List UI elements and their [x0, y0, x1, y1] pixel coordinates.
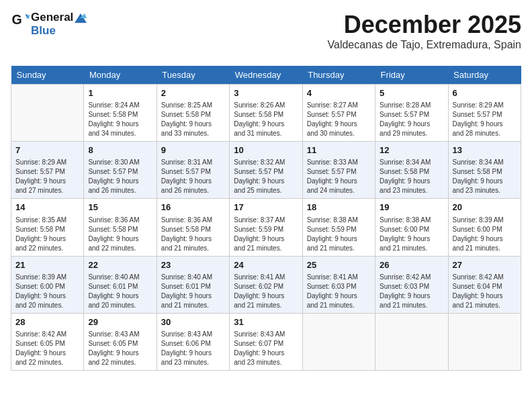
day-info: Sunrise: 8:29 AM Sunset: 5:57 PM Dayligh… — [453, 101, 517, 138]
day-number: 26 — [380, 259, 443, 271]
day-number: 11 — [307, 144, 371, 156]
day-number: 13 — [453, 144, 517, 156]
table-row: 3Sunrise: 8:26 AM Sunset: 5:58 PM Daylig… — [230, 85, 302, 142]
day-number: 18 — [307, 201, 371, 214]
table-row: 12Sunrise: 8:34 AM Sunset: 5:58 PM Dayli… — [375, 142, 448, 199]
table-row: 17Sunrise: 8:37 AM Sunset: 5:59 PM Dayli… — [230, 199, 302, 256]
table-row: 7Sunrise: 8:29 AM Sunset: 5:57 PM Daylig… — [11, 142, 84, 199]
month-title: December 2025 — [328, 11, 521, 39]
day-number: 19 — [380, 201, 443, 214]
day-number: 10 — [234, 144, 298, 156]
day-number: 2 — [161, 87, 225, 99]
day-number: 6 — [453, 87, 517, 99]
table-row: 15Sunrise: 8:36 AM Sunset: 5:58 PM Dayli… — [84, 199, 157, 256]
header-thursday: Thursday — [302, 66, 375, 85]
day-number: 16 — [161, 201, 225, 214]
day-info: Sunrise: 8:43 AM Sunset: 6:05 PM Dayligh… — [88, 330, 152, 367]
table-row: 21Sunrise: 8:39 AM Sunset: 6:00 PM Dayli… — [11, 256, 84, 313]
logo: G General Blue — [11, 11, 87, 38]
day-info: Sunrise: 8:43 AM Sunset: 6:06 PM Dayligh… — [161, 330, 225, 367]
day-info: Sunrise: 8:38 AM Sunset: 5:59 PM Dayligh… — [307, 216, 371, 253]
calendar-week-row: 21Sunrise: 8:39 AM Sunset: 6:00 PM Dayli… — [11, 256, 521, 313]
logo-icon: G — [11, 11, 30, 30]
day-info: Sunrise: 8:42 AM Sunset: 6:04 PM Dayligh… — [453, 273, 517, 310]
calendar-week-row: 1Sunrise: 8:24 AM Sunset: 5:58 PM Daylig… — [11, 85, 521, 142]
table-row: 20Sunrise: 8:39 AM Sunset: 6:00 PM Dayli… — [448, 199, 521, 256]
table-row: 25Sunrise: 8:41 AM Sunset: 6:03 PM Dayli… — [302, 256, 375, 313]
day-number: 3 — [234, 87, 298, 99]
table-row: 11Sunrise: 8:33 AM Sunset: 5:57 PM Dayli… — [302, 142, 375, 199]
table-row: 22Sunrise: 8:40 AM Sunset: 6:01 PM Dayli… — [84, 256, 157, 313]
table-row: 16Sunrise: 8:36 AM Sunset: 5:58 PM Dayli… — [157, 199, 229, 256]
logo-text: General Blue — [31, 11, 87, 38]
day-number: 23 — [161, 259, 225, 271]
day-number: 24 — [234, 259, 298, 271]
day-number: 28 — [15, 316, 79, 328]
table-row — [448, 313, 521, 370]
page-header: G General Blue December 2025 Valdecanas … — [11, 11, 521, 60]
day-number: 20 — [453, 201, 517, 214]
day-number: 31 — [234, 316, 298, 328]
header-sunday: Sunday — [11, 66, 84, 85]
table-row: 14Sunrise: 8:35 AM Sunset: 5:58 PM Dayli… — [11, 199, 84, 256]
title-section: December 2025 Valdecanas de Tajo, Extrem… — [328, 11, 521, 58]
table-row: 26Sunrise: 8:42 AM Sunset: 6:03 PM Dayli… — [375, 256, 448, 313]
table-row — [11, 85, 84, 142]
table-row: 2Sunrise: 8:25 AM Sunset: 5:58 PM Daylig… — [157, 85, 229, 142]
header-saturday: Saturday — [448, 66, 521, 85]
table-row: 19Sunrise: 8:38 AM Sunset: 6:00 PM Dayli… — [375, 199, 448, 256]
day-number: 5 — [380, 87, 443, 99]
table-row: 23Sunrise: 8:40 AM Sunset: 6:01 PM Dayli… — [157, 256, 229, 313]
calendar-week-row: 7Sunrise: 8:29 AM Sunset: 5:57 PM Daylig… — [11, 142, 521, 199]
day-info: Sunrise: 8:36 AM Sunset: 5:58 PM Dayligh… — [161, 216, 225, 253]
day-info: Sunrise: 8:40 AM Sunset: 6:01 PM Dayligh… — [161, 273, 225, 310]
table-row: 24Sunrise: 8:41 AM Sunset: 6:02 PM Dayli… — [230, 256, 302, 313]
day-number: 15 — [88, 201, 152, 214]
day-number: 27 — [453, 259, 517, 271]
calendar-table: Sunday Monday Tuesday Wednesday Thursday… — [11, 66, 521, 371]
header-tuesday: Tuesday — [157, 66, 229, 85]
table-row: 8Sunrise: 8:30 AM Sunset: 5:57 PM Daylig… — [84, 142, 157, 199]
day-info: Sunrise: 8:30 AM Sunset: 5:57 PM Dayligh… — [88, 158, 152, 195]
day-info: Sunrise: 8:35 AM Sunset: 5:58 PM Dayligh… — [15, 216, 79, 253]
table-row: 28Sunrise: 8:42 AM Sunset: 6:05 PM Dayli… — [11, 313, 84, 370]
day-number: 7 — [15, 144, 79, 156]
table-row — [302, 313, 375, 370]
day-info: Sunrise: 8:32 AM Sunset: 5:57 PM Dayligh… — [234, 158, 298, 195]
table-row: 4Sunrise: 8:27 AM Sunset: 5:57 PM Daylig… — [302, 85, 375, 142]
day-number: 29 — [88, 316, 152, 328]
day-info: Sunrise: 8:34 AM Sunset: 5:58 PM Dayligh… — [380, 158, 443, 195]
day-number: 22 — [88, 259, 152, 271]
day-info: Sunrise: 8:39 AM Sunset: 6:00 PM Dayligh… — [453, 216, 517, 253]
day-number: 1 — [88, 87, 152, 99]
day-info: Sunrise: 8:41 AM Sunset: 6:02 PM Dayligh… — [234, 273, 298, 310]
day-info: Sunrise: 8:39 AM Sunset: 6:00 PM Dayligh… — [15, 273, 79, 310]
day-number: 21 — [15, 259, 79, 271]
day-number: 8 — [88, 144, 152, 156]
header-friday: Friday — [375, 66, 448, 85]
table-row: 29Sunrise: 8:43 AM Sunset: 6:05 PM Dayli… — [84, 313, 157, 370]
day-info: Sunrise: 8:34 AM Sunset: 5:58 PM Dayligh… — [453, 158, 517, 195]
day-number: 14 — [15, 201, 79, 214]
day-info: Sunrise: 8:42 AM Sunset: 6:05 PM Dayligh… — [15, 330, 79, 367]
day-info: Sunrise: 8:25 AM Sunset: 5:58 PM Dayligh… — [161, 101, 225, 138]
table-row: 1Sunrise: 8:24 AM Sunset: 5:58 PM Daylig… — [84, 85, 157, 142]
day-info: Sunrise: 8:38 AM Sunset: 6:00 PM Dayligh… — [380, 216, 443, 253]
calendar-header-row: Sunday Monday Tuesday Wednesday Thursday… — [11, 66, 521, 85]
day-info: Sunrise: 8:29 AM Sunset: 5:57 PM Dayligh… — [15, 158, 79, 195]
location-subtitle: Valdecanas de Tajo, Extremadura, Spain — [328, 39, 521, 51]
table-row: 13Sunrise: 8:34 AM Sunset: 5:58 PM Dayli… — [448, 142, 521, 199]
calendar-week-row: 14Sunrise: 8:35 AM Sunset: 5:58 PM Dayli… — [11, 199, 521, 256]
day-info: Sunrise: 8:33 AM Sunset: 5:57 PM Dayligh… — [307, 158, 371, 195]
header-wednesday: Wednesday — [230, 66, 302, 85]
day-info: Sunrise: 8:31 AM Sunset: 5:57 PM Dayligh… — [161, 158, 225, 195]
table-row: 18Sunrise: 8:38 AM Sunset: 5:59 PM Dayli… — [302, 199, 375, 256]
day-info: Sunrise: 8:41 AM Sunset: 6:03 PM Dayligh… — [307, 273, 371, 310]
day-number: 12 — [380, 144, 443, 156]
table-row: 10Sunrise: 8:32 AM Sunset: 5:57 PM Dayli… — [230, 142, 302, 199]
table-row: 9Sunrise: 8:31 AM Sunset: 5:57 PM Daylig… — [157, 142, 229, 199]
table-row: 27Sunrise: 8:42 AM Sunset: 6:04 PM Dayli… — [448, 256, 521, 313]
day-info: Sunrise: 8:26 AM Sunset: 5:58 PM Dayligh… — [234, 101, 298, 138]
day-info: Sunrise: 8:27 AM Sunset: 5:57 PM Dayligh… — [307, 101, 371, 138]
day-info: Sunrise: 8:42 AM Sunset: 6:03 PM Dayligh… — [380, 273, 443, 310]
